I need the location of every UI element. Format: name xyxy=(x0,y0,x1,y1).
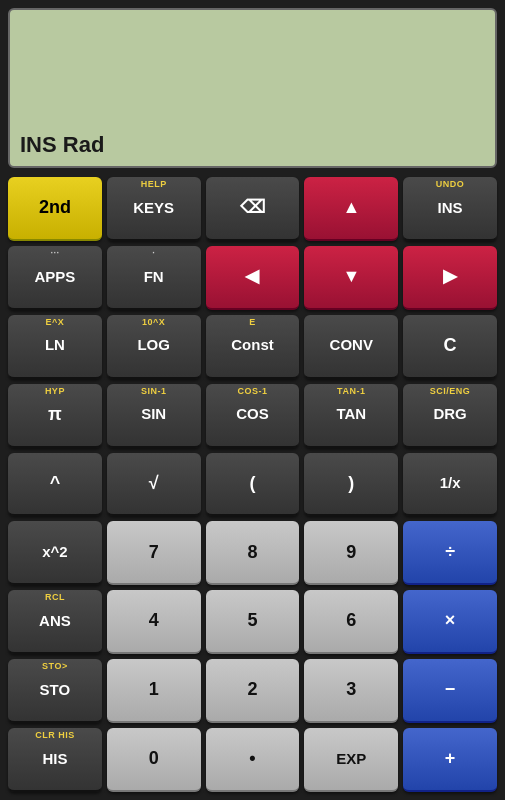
buttons-area: 2ndHELPKEYS⌫▲UNDOINS···APPS·FN◀▼▶e^xLN10… xyxy=(8,177,497,792)
btn-his-label: HIS xyxy=(42,751,67,768)
btn-cos[interactable]: COS-1COS xyxy=(206,384,300,448)
btn-exp[interactable]: EXP xyxy=(304,728,398,792)
btn-6[interactable]: 6 xyxy=(304,590,398,654)
btn-dot-label: • xyxy=(249,749,255,769)
btn-drg-top-label: SCI/ENG xyxy=(430,387,471,396)
btn-apps-label: APPS xyxy=(34,269,75,286)
btn-cos-label: COS xyxy=(236,406,269,423)
btn-sub[interactable]: − xyxy=(403,659,497,723)
btn-exp-label: EXP xyxy=(336,751,366,768)
btn-1[interactable]: 1 xyxy=(107,659,201,723)
btn-ln-top-label: e^x xyxy=(46,318,65,327)
btn-pi-top-label: HYP xyxy=(45,387,65,396)
btn-6-label: 6 xyxy=(346,611,356,631)
btn-log-label: LOG xyxy=(137,337,170,354)
btn-backspace[interactable]: ⌫ xyxy=(206,177,300,241)
btn-pi[interactable]: HYPπ xyxy=(8,384,102,448)
button-row-8: Clr HISHIS0•EXP+ xyxy=(8,728,497,792)
btn-mul[interactable]: × xyxy=(403,590,497,654)
btn-conv[interactable]: CONV xyxy=(304,315,398,379)
btn-c-label: C xyxy=(444,336,457,356)
btn-caret-label: ^ xyxy=(50,474,61,494)
btn-const-label: Const xyxy=(231,337,274,354)
btn-7[interactable]: 7 xyxy=(107,521,201,585)
btn-keys-label: KEYS xyxy=(133,200,174,217)
btn-mul-label: × xyxy=(445,611,456,631)
btn-tan[interactable]: TAN-1TAN xyxy=(304,384,398,448)
btn-conv-label: CONV xyxy=(330,337,373,354)
btn-0-label: 0 xyxy=(149,749,159,769)
btn-sto-label: STO xyxy=(40,682,71,699)
btn-rparen[interactable]: ) xyxy=(304,453,398,517)
btn-down[interactable]: ▼ xyxy=(304,246,398,310)
btn-ans-label: ANS xyxy=(39,613,71,630)
btn-his[interactable]: Clr HISHIS xyxy=(8,728,102,792)
btn-ans-top-label: RCL xyxy=(45,593,65,602)
btn-sqrt-label: √ xyxy=(149,474,159,494)
btn-drg-label: DRG xyxy=(433,406,466,423)
btn-add[interactable]: + xyxy=(403,728,497,792)
btn-up[interactable]: ▲ xyxy=(304,177,398,241)
btn-9[interactable]: 9 xyxy=(304,521,398,585)
display: INS Rad xyxy=(8,8,497,168)
button-row-5: x^2789÷ xyxy=(8,521,497,585)
btn-log-top-label: 10^x xyxy=(142,318,165,327)
btn-backspace-label: ⌫ xyxy=(240,198,265,218)
btn-caret[interactable]: ^ xyxy=(8,453,102,517)
btn-fn[interactable]: ·FN xyxy=(107,246,201,310)
button-row-4: ^√()1/x xyxy=(8,453,497,517)
btn-sub-label: − xyxy=(445,680,456,700)
btn-xsq[interactable]: x^2 xyxy=(8,521,102,585)
btn-9-label: 9 xyxy=(346,543,356,563)
btn-apps[interactable]: ···APPS xyxy=(8,246,102,310)
btn-add-label: + xyxy=(445,749,456,769)
btn-log[interactable]: 10^xLOG xyxy=(107,315,201,379)
btn-1-label: 1 xyxy=(149,680,159,700)
btn-0[interactable]: 0 xyxy=(107,728,201,792)
btn-his-top-label: Clr HIS xyxy=(35,731,75,740)
btn-up-label: ▲ xyxy=(342,198,360,218)
btn-8[interactable]: 8 xyxy=(206,521,300,585)
btn-pi-label: π xyxy=(48,405,62,425)
btn-4-label: 4 xyxy=(149,611,159,631)
btn-sqrt[interactable]: √ xyxy=(107,453,201,517)
display-text: INS Rad xyxy=(20,132,485,158)
btn-lparen[interactable]: ( xyxy=(206,453,300,517)
btn-sin[interactable]: SIN-1SIN xyxy=(107,384,201,448)
btn-ln[interactable]: e^xLN xyxy=(8,315,102,379)
btn-left[interactable]: ◀ xyxy=(206,246,300,310)
btn-cos-top-label: COS-1 xyxy=(237,387,267,396)
btn-keys[interactable]: HELPKEYS xyxy=(107,177,201,241)
btn-drg[interactable]: SCI/ENGDRG xyxy=(403,384,497,448)
btn-ln-label: LN xyxy=(45,337,65,354)
btn-fn-label: FN xyxy=(144,269,164,286)
btn-sto-top-label: STO> xyxy=(42,662,68,671)
btn-keys-top-label: HELP xyxy=(141,180,167,189)
btn-ans[interactable]: RCLANS xyxy=(8,590,102,654)
btn-right-label: ▶ xyxy=(443,267,457,287)
btn-5-label: 5 xyxy=(247,611,257,631)
btn-dot[interactable]: • xyxy=(206,728,300,792)
btn-c[interactable]: C xyxy=(403,315,497,379)
btn-sto[interactable]: STO>STO xyxy=(8,659,102,723)
btn-ins[interactable]: UNDOINS xyxy=(403,177,497,241)
btn-7-label: 7 xyxy=(149,543,159,563)
btn-8-label: 8 xyxy=(247,543,257,563)
btn-apps-top-label: ··· xyxy=(50,249,59,258)
btn-const-top-label: e xyxy=(249,318,256,327)
btn-5[interactable]: 5 xyxy=(206,590,300,654)
btn-2-label: 2 xyxy=(247,680,257,700)
btn-2[interactable]: 2 xyxy=(206,659,300,723)
btn-right[interactable]: ▶ xyxy=(403,246,497,310)
btn-2nd[interactable]: 2nd xyxy=(8,177,102,241)
btn-inv[interactable]: 1/x xyxy=(403,453,497,517)
btn-tan-top-label: TAN-1 xyxy=(337,387,365,396)
btn-3[interactable]: 3 xyxy=(304,659,398,723)
btn-const[interactable]: eConst xyxy=(206,315,300,379)
btn-4[interactable]: 4 xyxy=(107,590,201,654)
btn-div[interactable]: ÷ xyxy=(403,521,497,585)
btn-tan-label: TAN xyxy=(336,406,366,423)
btn-sin-top-label: SIN-1 xyxy=(141,387,167,396)
btn-ins-top-label: UNDO xyxy=(436,180,465,189)
btn-inv-label: 1/x xyxy=(440,475,461,492)
